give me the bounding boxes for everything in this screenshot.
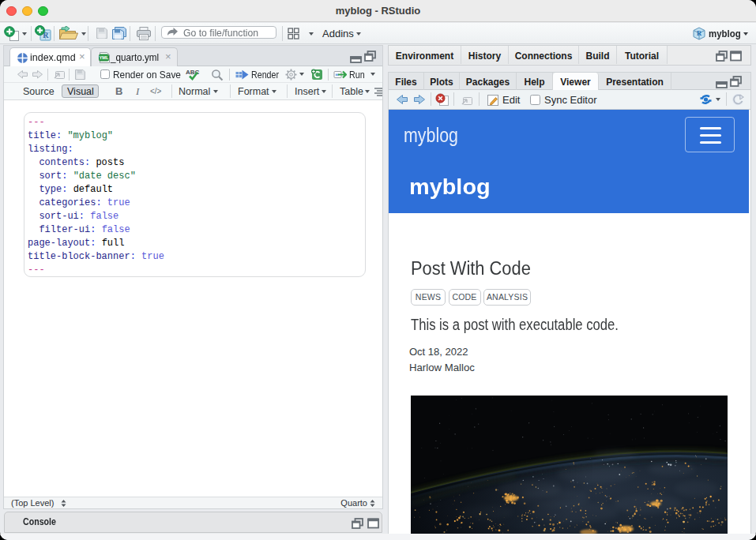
svg-text:YML: YML [100, 55, 109, 60]
svg-text:R: R [697, 29, 702, 37]
